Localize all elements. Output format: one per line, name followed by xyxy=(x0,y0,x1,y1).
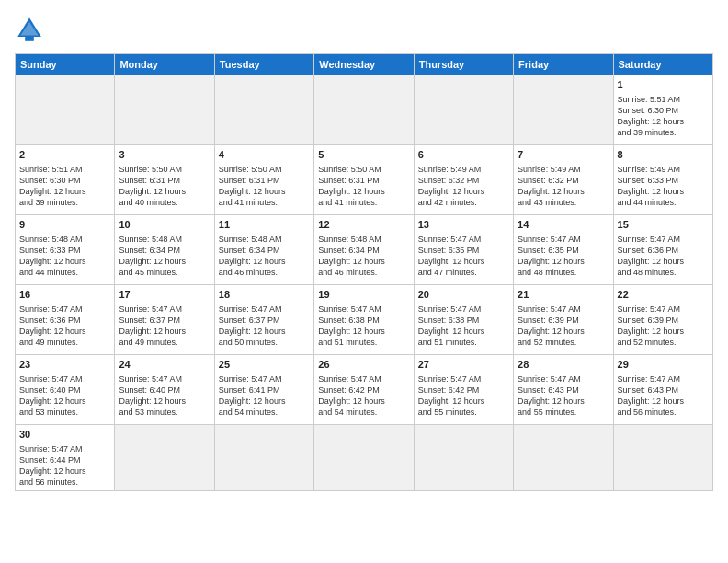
day-info: Sunrise: 5:50 AM Sunset: 6:31 PM Dayligh… xyxy=(119,164,210,209)
calendar-cell: 23Sunrise: 5:47 AM Sunset: 6:40 PM Dayli… xyxy=(16,355,115,425)
day-info: Sunrise: 5:47 AM Sunset: 6:42 PM Dayligh… xyxy=(318,373,409,419)
calendar-cell: 1Sunrise: 5:51 AM Sunset: 6:30 PM Daylig… xyxy=(613,75,712,145)
calendar-cell: 5Sunrise: 5:50 AM Sunset: 6:31 PM Daylig… xyxy=(314,145,414,215)
day-number: 11 xyxy=(219,218,310,232)
calendar-cell: 9Sunrise: 5:48 AM Sunset: 6:33 PM Daylig… xyxy=(16,215,115,285)
calendar-cell: 12Sunrise: 5:48 AM Sunset: 6:34 PM Dayli… xyxy=(314,215,414,285)
calendar-cell xyxy=(115,425,214,491)
calendar-cell: 10Sunrise: 5:48 AM Sunset: 6:34 PM Dayli… xyxy=(115,215,214,285)
day-number: 19 xyxy=(318,288,409,302)
calendar-cell: 7Sunrise: 5:49 AM Sunset: 6:32 PM Daylig… xyxy=(514,145,613,215)
day-info: Sunrise: 5:51 AM Sunset: 6:30 PM Dayligh… xyxy=(618,94,709,139)
calendar-cell xyxy=(514,75,613,145)
day-info: Sunrise: 5:47 AM Sunset: 6:39 PM Dayligh… xyxy=(518,304,609,349)
day-info: Sunrise: 5:51 AM Sunset: 6:30 PM Dayligh… xyxy=(19,164,110,209)
day-info: Sunrise: 5:47 AM Sunset: 6:38 PM Dayligh… xyxy=(318,304,409,349)
calendar-week-row: 30Sunrise: 5:47 AM Sunset: 6:44 PM Dayli… xyxy=(16,425,713,491)
calendar-cell xyxy=(414,425,513,491)
day-info: Sunrise: 5:50 AM Sunset: 6:31 PM Dayligh… xyxy=(219,164,310,209)
weekday-header: Sunday xyxy=(16,54,115,75)
calendar-cell xyxy=(214,75,313,145)
calendar-cell: 4Sunrise: 5:50 AM Sunset: 6:31 PM Daylig… xyxy=(214,145,313,215)
calendar-cell: 27Sunrise: 5:47 AM Sunset: 6:42 PM Dayli… xyxy=(414,355,513,425)
day-number: 4 xyxy=(219,148,310,162)
weekday-header-row: SundayMondayTuesdayWednesdayThursdayFrid… xyxy=(16,54,713,75)
calendar-week-row: 9Sunrise: 5:48 AM Sunset: 6:33 PM Daylig… xyxy=(16,215,713,285)
calendar-cell: 21Sunrise: 5:47 AM Sunset: 6:39 PM Dayli… xyxy=(514,285,613,355)
calendar-cell: 6Sunrise: 5:49 AM Sunset: 6:32 PM Daylig… xyxy=(414,145,513,215)
day-info: Sunrise: 5:47 AM Sunset: 6:39 PM Dayligh… xyxy=(618,304,709,349)
calendar-cell: 18Sunrise: 5:47 AM Sunset: 6:37 PM Dayli… xyxy=(214,285,313,355)
calendar-cell: 14Sunrise: 5:47 AM Sunset: 6:35 PM Dayli… xyxy=(514,215,613,285)
calendar-cell: 3Sunrise: 5:50 AM Sunset: 6:31 PM Daylig… xyxy=(115,145,214,215)
calendar-cell xyxy=(613,425,712,491)
day-info: Sunrise: 5:47 AM Sunset: 6:35 PM Dayligh… xyxy=(418,234,509,279)
calendar-cell: 26Sunrise: 5:47 AM Sunset: 6:42 PM Dayli… xyxy=(314,355,414,425)
calendar-week-row: 16Sunrise: 5:47 AM Sunset: 6:36 PM Dayli… xyxy=(16,285,713,355)
calendar-cell xyxy=(16,75,115,145)
weekday-header: Tuesday xyxy=(214,54,313,75)
calendar-cell xyxy=(414,75,513,145)
calendar-cell: 28Sunrise: 5:47 AM Sunset: 6:43 PM Dayli… xyxy=(514,355,613,425)
day-info: Sunrise: 5:48 AM Sunset: 6:33 PM Dayligh… xyxy=(19,234,110,279)
day-info: Sunrise: 5:47 AM Sunset: 6:43 PM Dayligh… xyxy=(518,373,609,419)
day-number: 2 xyxy=(19,148,110,162)
weekday-header: Wednesday xyxy=(314,54,414,75)
day-number: 25 xyxy=(219,358,310,372)
weekday-header: Monday xyxy=(115,54,214,75)
day-number: 26 xyxy=(318,358,409,372)
calendar-cell: 22Sunrise: 5:47 AM Sunset: 6:39 PM Dayli… xyxy=(613,285,712,355)
day-number: 12 xyxy=(318,218,409,232)
day-number: 15 xyxy=(618,218,709,232)
calendar-cell: 17Sunrise: 5:47 AM Sunset: 6:37 PM Dayli… xyxy=(115,285,214,355)
day-info: Sunrise: 5:48 AM Sunset: 6:34 PM Dayligh… xyxy=(219,234,310,279)
day-info: Sunrise: 5:47 AM Sunset: 6:37 PM Dayligh… xyxy=(119,304,210,349)
day-number: 27 xyxy=(418,358,509,372)
day-number: 9 xyxy=(19,218,110,232)
calendar: SundayMondayTuesdayWednesdayThursdayFrid… xyxy=(15,53,713,491)
day-number: 18 xyxy=(219,288,310,302)
day-number: 3 xyxy=(119,148,210,162)
day-info: Sunrise: 5:48 AM Sunset: 6:34 PM Dayligh… xyxy=(119,234,210,279)
day-number: 8 xyxy=(618,148,709,162)
calendar-cell: 24Sunrise: 5:47 AM Sunset: 6:40 PM Dayli… xyxy=(115,355,214,425)
calendar-cell xyxy=(314,425,414,491)
day-info: Sunrise: 5:47 AM Sunset: 6:37 PM Dayligh… xyxy=(219,304,310,349)
weekday-header: Saturday xyxy=(613,54,712,75)
day-info: Sunrise: 5:47 AM Sunset: 6:44 PM Dayligh… xyxy=(19,443,110,488)
calendar-cell xyxy=(514,425,613,491)
day-info: Sunrise: 5:47 AM Sunset: 6:43 PM Dayligh… xyxy=(618,373,709,419)
calendar-week-row: 23Sunrise: 5:47 AM Sunset: 6:40 PM Dayli… xyxy=(16,355,713,425)
calendar-cell: 25Sunrise: 5:47 AM Sunset: 6:41 PM Dayli… xyxy=(214,355,313,425)
calendar-cell: 20Sunrise: 5:47 AM Sunset: 6:38 PM Dayli… xyxy=(414,285,513,355)
day-info: Sunrise: 5:50 AM Sunset: 6:31 PM Dayligh… xyxy=(318,164,409,209)
day-number: 7 xyxy=(518,148,609,162)
day-info: Sunrise: 5:48 AM Sunset: 6:34 PM Dayligh… xyxy=(318,234,409,279)
calendar-cell: 13Sunrise: 5:47 AM Sunset: 6:35 PM Dayli… xyxy=(414,215,513,285)
day-number: 30 xyxy=(19,428,110,442)
calendar-cell: 16Sunrise: 5:47 AM Sunset: 6:36 PM Dayli… xyxy=(16,285,115,355)
calendar-cell xyxy=(314,75,414,145)
calendar-cell: 8Sunrise: 5:49 AM Sunset: 6:33 PM Daylig… xyxy=(613,145,712,215)
day-info: Sunrise: 5:47 AM Sunset: 6:38 PM Dayligh… xyxy=(418,304,509,349)
day-info: Sunrise: 5:49 AM Sunset: 6:33 PM Dayligh… xyxy=(618,164,709,209)
svg-rect-2 xyxy=(25,37,34,41)
day-number: 21 xyxy=(518,288,609,302)
weekday-header: Thursday xyxy=(414,54,513,75)
day-info: Sunrise: 5:47 AM Sunset: 6:40 PM Dayligh… xyxy=(19,373,110,419)
calendar-cell: 11Sunrise: 5:48 AM Sunset: 6:34 PM Dayli… xyxy=(214,215,313,285)
day-number: 5 xyxy=(318,148,409,162)
calendar-cell xyxy=(214,425,313,491)
day-info: Sunrise: 5:47 AM Sunset: 6:41 PM Dayligh… xyxy=(219,373,310,419)
calendar-week-row: 2Sunrise: 5:51 AM Sunset: 6:30 PM Daylig… xyxy=(16,145,713,215)
day-number: 14 xyxy=(518,218,609,232)
day-number: 1 xyxy=(618,78,709,92)
day-number: 17 xyxy=(119,288,210,302)
day-number: 22 xyxy=(618,288,709,302)
calendar-cell xyxy=(115,75,214,145)
calendar-cell: 30Sunrise: 5:47 AM Sunset: 6:44 PM Dayli… xyxy=(16,425,115,491)
calendar-week-row: 1Sunrise: 5:51 AM Sunset: 6:30 PM Daylig… xyxy=(16,75,713,145)
logo xyxy=(15,15,48,44)
day-number: 23 xyxy=(19,358,110,372)
day-number: 6 xyxy=(418,148,509,162)
